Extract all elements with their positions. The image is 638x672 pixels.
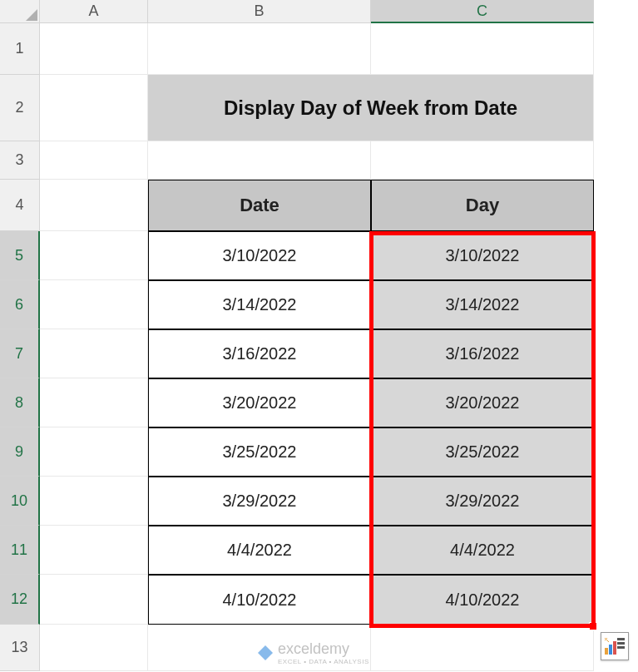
- cell-b6[interactable]: 3/14/2022: [148, 280, 371, 329]
- cell-c5[interactable]: 3/10/2022: [371, 231, 594, 280]
- cell-a5[interactable]: [40, 231, 148, 280]
- cell-a9[interactable]: [40, 427, 148, 477]
- row-header-6[interactable]: 6: [0, 280, 40, 329]
- cell-b11[interactable]: 4/4/2022: [148, 526, 371, 575]
- cell-c8[interactable]: 3/20/2022: [371, 378, 594, 427]
- header-date[interactable]: Date: [148, 180, 371, 231]
- row-header-9[interactable]: 9: [0, 427, 40, 477]
- cell-a8[interactable]: [40, 378, 148, 427]
- row-header-2[interactable]: 2: [0, 75, 40, 141]
- cell-b12[interactable]: 4/10/2022: [148, 575, 371, 625]
- row-header-1[interactable]: 1: [0, 23, 40, 75]
- cell-a6[interactable]: [40, 280, 148, 329]
- row-header-13[interactable]: 13: [0, 625, 40, 671]
- row-header-8[interactable]: 8: [0, 378, 40, 427]
- cell-a10[interactable]: [40, 477, 148, 526]
- svg-rect-5: [617, 646, 625, 649]
- cell-c6[interactable]: 3/14/2022: [371, 280, 594, 329]
- svg-rect-4: [617, 642, 625, 645]
- cell-c9[interactable]: 3/25/2022: [371, 427, 594, 477]
- row-header-10[interactable]: 10: [0, 477, 40, 526]
- fill-handle[interactable]: [589, 622, 597, 630]
- cell-b9[interactable]: 3/25/2022: [148, 427, 371, 477]
- header-day[interactable]: Day: [371, 180, 594, 231]
- row-header-11[interactable]: 11: [0, 526, 40, 575]
- cell-a4[interactable]: [40, 180, 148, 231]
- cell-b5[interactable]: 3/10/2022: [148, 231, 371, 280]
- cell-a12[interactable]: [40, 575, 148, 625]
- cell-a1[interactable]: [40, 23, 148, 75]
- cell-a7[interactable]: [40, 329, 148, 378]
- cell-c13[interactable]: [371, 625, 594, 671]
- col-header-c[interactable]: C: [371, 0, 594, 23]
- cell-c10[interactable]: 3/29/2022: [371, 477, 594, 526]
- cell-c7[interactable]: 3/16/2022: [371, 329, 594, 378]
- svg-rect-3: [617, 638, 625, 640]
- select-all-corner[interactable]: [0, 0, 40, 23]
- title-cell[interactable]: Display Day of Week from Date: [148, 75, 594, 141]
- svg-rect-2: [613, 641, 616, 655]
- spreadsheet-grid: A B C 1 2 Display Day of Week from Date …: [0, 0, 594, 671]
- cell-b10[interactable]: 3/29/2022: [148, 477, 371, 526]
- cell-b3[interactable]: [148, 141, 371, 180]
- cell-a3[interactable]: [40, 141, 148, 180]
- cell-c11[interactable]: 4/4/2022: [371, 526, 594, 575]
- cell-b8[interactable]: 3/20/2022: [148, 378, 371, 427]
- cell-b13[interactable]: [148, 625, 371, 671]
- svg-rect-1: [609, 645, 612, 655]
- cell-c12[interactable]: 4/10/2022: [371, 575, 594, 625]
- row-header-5[interactable]: 5: [0, 231, 40, 280]
- cell-b7[interactable]: 3/16/2022: [148, 329, 371, 378]
- cell-a2[interactable]: [40, 75, 148, 141]
- cell-b1[interactable]: [148, 23, 371, 75]
- cell-c1[interactable]: [371, 23, 594, 75]
- col-header-a[interactable]: A: [40, 0, 148, 23]
- svg-rect-0: [605, 648, 608, 655]
- col-header-b[interactable]: B: [148, 0, 371, 23]
- cell-c3[interactable]: [371, 141, 594, 180]
- row-header-3[interactable]: 3: [0, 141, 40, 180]
- row-header-7[interactable]: 7: [0, 329, 40, 378]
- row-header-12[interactable]: 12: [0, 575, 40, 625]
- quick-analysis-icon[interactable]: [601, 632, 629, 660]
- row-header-4[interactable]: 4: [0, 180, 40, 231]
- cell-a13[interactable]: [40, 625, 148, 671]
- cell-a11[interactable]: [40, 526, 148, 575]
